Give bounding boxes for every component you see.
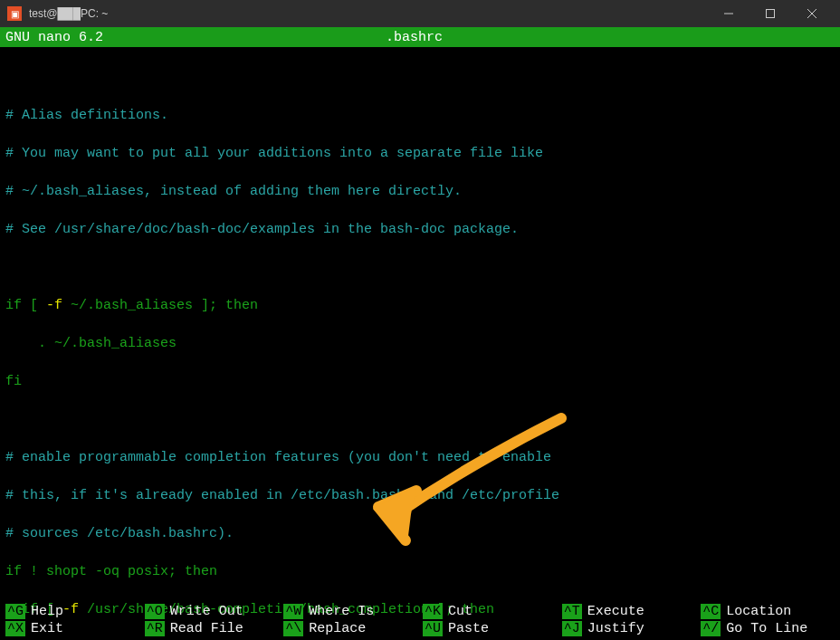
- nano-app-name: GNU nano 6.2: [5, 30, 386, 45]
- svg-rect-0: [767, 10, 775, 18]
- code-line: if ! shopt -oq posix; then: [5, 562, 835, 581]
- shortcut-whereis[interactable]: ^WWhere Is: [283, 604, 417, 619]
- code-line: . ~/.bash_aliases: [5, 334, 835, 353]
- nano-filename: .bashrc: [386, 30, 835, 45]
- nano-header: GNU nano 6.2 .bashrc: [0, 27, 840, 47]
- shortcut-writeout[interactable]: ^OWrite Out: [145, 604, 279, 619]
- code-line: if [ -f ~/.bash_aliases ]; then: [5, 296, 835, 315]
- code-line: fi: [5, 372, 835, 391]
- close-button[interactable]: [791, 0, 833, 27]
- shortcut-readfile[interactable]: ^RRead File: [145, 621, 279, 636]
- window-titlebar: ▣ test@███PC: ~: [0, 0, 840, 27]
- shortcut-justify[interactable]: ^JJustify: [562, 621, 696, 636]
- code-line: # enable programmable completion feature…: [5, 448, 835, 467]
- code-line: # Alias definitions.: [5, 106, 835, 125]
- code-line: # ~/.bash_aliases, instead of adding the…: [5, 182, 835, 201]
- shortcut-gotoline[interactable]: ^/Go To Line: [701, 621, 835, 636]
- code-line: [5, 68, 835, 87]
- shortcut-cut[interactable]: ^KCut: [423, 604, 557, 619]
- shortcut-exit[interactable]: ^XExit: [5, 621, 139, 636]
- shortcut-location[interactable]: ^CLocation: [701, 604, 835, 619]
- close-icon: [807, 9, 816, 18]
- code-line: [5, 410, 835, 429]
- window-controls: [708, 0, 833, 27]
- code-line: [5, 258, 835, 277]
- shortcut-replace[interactable]: ^\Replace: [283, 621, 417, 636]
- shortcut-paste[interactable]: ^UPaste: [423, 621, 557, 636]
- code-line: # You may want to put all your additions…: [5, 144, 835, 163]
- minimize-button[interactable]: [708, 0, 749, 27]
- minimize-icon: [724, 9, 733, 18]
- code-line: # sources /etc/bash.bashrc).: [5, 524, 835, 543]
- shortcut-execute[interactable]: ^TExecute: [562, 604, 696, 619]
- code-line: # this, if it's already enabled in /etc/…: [5, 486, 835, 505]
- nano-shortcuts: ^GHelp ^OWrite Out ^WWhere Is ^KCut ^TEx…: [5, 604, 835, 636]
- code-line: # See /usr/share/doc/bash-doc/examples i…: [5, 220, 835, 239]
- maximize-icon: [766, 9, 775, 18]
- window-title: test@███PC: ~: [29, 7, 708, 20]
- maximize-button[interactable]: [749, 0, 791, 27]
- editor-content[interactable]: # Alias definitions. # You may want to p…: [0, 47, 840, 640]
- app-icon: ▣: [7, 6, 22, 21]
- shortcut-help[interactable]: ^GHelp: [5, 604, 139, 619]
